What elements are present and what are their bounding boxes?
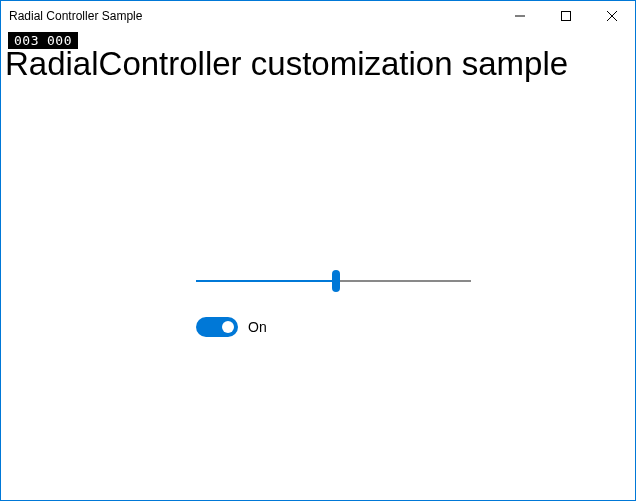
toggle-switch[interactable] xyxy=(196,317,238,337)
toggle-container: On xyxy=(196,317,476,337)
content-area: 003 000 RadialController customization s… xyxy=(1,31,635,500)
slider-fill xyxy=(196,280,336,282)
close-button[interactable] xyxy=(589,1,635,31)
maximize-button[interactable] xyxy=(543,1,589,31)
maximize-icon xyxy=(561,11,571,21)
window-title: Radial Controller Sample xyxy=(1,9,142,23)
slider-thumb[interactable] xyxy=(332,270,340,292)
toggle-label: On xyxy=(248,319,267,335)
window-controls xyxy=(497,1,635,31)
minimize-icon xyxy=(515,11,525,21)
close-icon xyxy=(607,11,617,21)
app-window: Radial Controller Sample 003 000 RadialC… xyxy=(0,0,636,501)
svg-rect-1 xyxy=(562,12,571,21)
value-slider[interactable] xyxy=(196,265,471,297)
controls-area: On xyxy=(196,265,476,337)
toggle-knob xyxy=(222,321,234,333)
minimize-button[interactable] xyxy=(497,1,543,31)
page-title: RadialController customization sample xyxy=(5,46,631,82)
titlebar: Radial Controller Sample xyxy=(1,1,635,31)
